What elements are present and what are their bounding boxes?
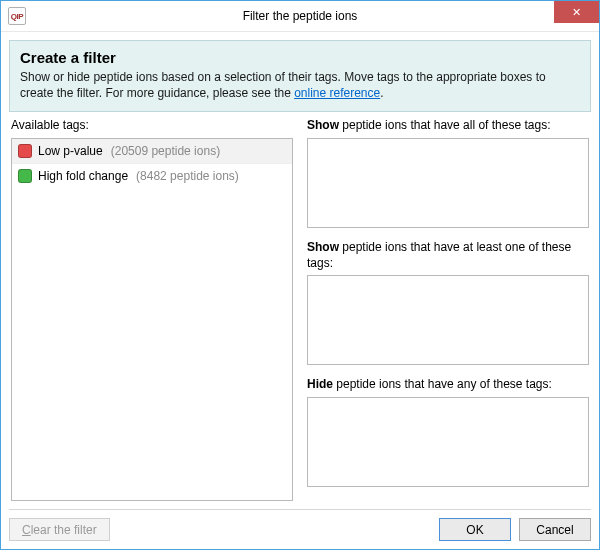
clear-filter-rest: lear the filter [31, 523, 97, 537]
hide-tags-box[interactable] [307, 397, 589, 487]
available-tags-heading: Available tags: [11, 118, 293, 134]
ok-button[interactable]: OK [439, 518, 511, 541]
cancel-button[interactable]: Cancel [519, 518, 591, 541]
window-controls: ✕ [554, 1, 599, 31]
tag-name-label: Low p-value [38, 144, 103, 158]
show-all-heading-rest: peptide ions that have all of these tags… [339, 118, 550, 132]
tag-color-swatch [18, 144, 32, 158]
tag-item[interactable]: Low p-value(20509 peptide ions) [12, 139, 292, 164]
dialog-footer: Clear the filter OK Cancel [9, 509, 591, 541]
show-any-heading: Show peptide ions that have at least one… [307, 240, 589, 271]
show-all-heading-bold: Show [307, 118, 339, 132]
tag-count-label: (20509 peptide ions) [111, 144, 220, 158]
show-any-heading-rest: peptide ions that have at least one of t… [307, 240, 571, 270]
content-area: Available tags: Low p-value(20509 peptid… [1, 118, 599, 501]
show-any-tags-box[interactable] [307, 275, 589, 365]
app-icon: QIP [8, 7, 26, 25]
show-any-heading-bold: Show [307, 240, 339, 254]
titlebar: QIP Filter the peptide ions ✕ [1, 1, 599, 32]
show-all-heading: Show peptide ions that have all of these… [307, 118, 589, 134]
instruction-title: Create a filter [20, 49, 580, 66]
clear-filter-accessor: C [22, 523, 31, 537]
clear-filter-button[interactable]: Clear the filter [9, 518, 110, 541]
hide-heading-rest: peptide ions that have any of these tags… [333, 377, 552, 391]
show-all-tags-box[interactable] [307, 138, 589, 228]
close-button[interactable]: ✕ [554, 1, 599, 23]
instruction-panel: Create a filter Show or hide peptide ion… [9, 40, 591, 112]
tag-count-label: (8482 peptide ions) [136, 169, 239, 183]
online-reference-link[interactable]: online reference [294, 86, 380, 100]
hide-heading-bold: Hide [307, 377, 333, 391]
tag-name-label: High fold change [38, 169, 128, 183]
dialog-window: QIP Filter the peptide ions ✕ Create a f… [0, 0, 600, 550]
instruction-text-part2: . [380, 86, 383, 100]
tag-item[interactable]: High fold change(8482 peptide ions) [12, 164, 292, 188]
available-tags-list[interactable]: Low p-value(20509 peptide ions)High fold… [11, 138, 293, 501]
filter-boxes-column: Show peptide ions that have all of these… [307, 118, 589, 501]
hide-heading: Hide peptide ions that have any of these… [307, 377, 589, 393]
instruction-text: Show or hide peptide ions based on a sel… [20, 69, 580, 101]
window-title: Filter the peptide ions [1, 9, 599, 23]
available-tags-column: Available tags: Low p-value(20509 peptid… [11, 118, 293, 501]
instruction-text-part1: Show or hide peptide ions based on a sel… [20, 70, 546, 100]
tag-color-swatch [18, 169, 32, 183]
